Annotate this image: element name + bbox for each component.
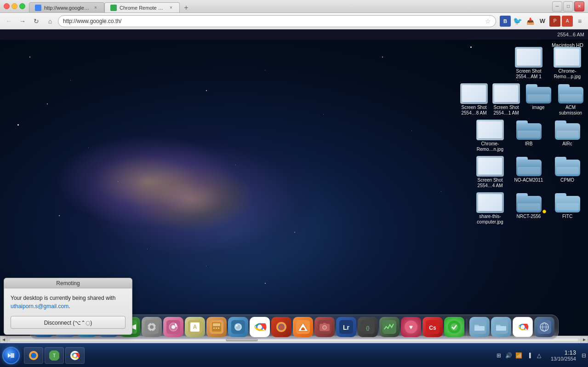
menubar-right: 2554...6 AM — [557, 32, 584, 37]
desktop-icon-screenshot1[interactable]: Screen Shot2554…AM 1 — [510, 46, 547, 81]
tray-icon-hide[interactable]: ⊟ — [580, 351, 588, 360]
icon-label-screenshot4: Screen Shot2554…4 AM — [477, 178, 502, 189]
dialog-body: Your desktop is currently being shared w… — [4, 288, 132, 334]
desktop-icon-folder-fitc[interactable]: FITC — [549, 191, 586, 226]
extension-icon2[interactable]: 📥 — [525, 16, 536, 27]
address-bar[interactable]: http://www.google.co.th/ ☆ — [58, 15, 496, 27]
tray-icon-volume[interactable]: 🔊 — [505, 351, 513, 360]
restore-win-button[interactable]: □ — [563, 1, 573, 11]
desktop-icon-folder-airc[interactable]: AIRc — [549, 118, 586, 154]
dock-icon-firefox[interactable] — [271, 317, 291, 337]
folder-cpmo-icon — [555, 157, 580, 176]
extension-icon1[interactable]: 🐦 — [512, 16, 523, 27]
tray-icon-battery[interactable]: ▐ — [525, 351, 533, 360]
tab-close-google[interactable]: × — [93, 5, 98, 11]
folder-light-no-acm — [518, 167, 540, 174]
tray-icon-show-desktop[interactable]: ⊞ — [495, 351, 503, 360]
dock-icon-network[interactable] — [534, 317, 554, 337]
screenshot-thumb-chrome2: apps — [476, 120, 504, 140]
dock-icon-folder1[interactable] — [469, 317, 490, 337]
desktop-icon-share-jpg[interactable]: share-this-computer.jpg — [472, 191, 508, 226]
dock-icon-dictionary[interactable]: A — [185, 317, 205, 337]
dock-icon-calculator[interactable] — [206, 317, 227, 337]
title-bar-left — [4, 3, 25, 9]
desktop-icon-chrome-jpg1[interactable]: CRD Chrome-Remo…p.jpg — [549, 46, 586, 81]
bookmark-icon[interactable]: B — [500, 16, 511, 27]
minimize-win-button[interactable]: ─ — [552, 1, 562, 11]
desktop-icon-folder-acm[interactable]: ACMsubmission — [555, 82, 586, 117]
dock-icon-script-editor[interactable]: {} — [358, 317, 378, 337]
dock-icon-chrome-mini[interactable] — [513, 317, 533, 337]
icon-label-chrome-jpg2: Chrome-Remo…n.jpg — [477, 141, 503, 152]
dock-icon-folder2[interactable] — [491, 317, 511, 337]
minimize-button[interactable] — [11, 3, 17, 9]
icon-img-chrome-jpg1: CRD — [554, 47, 581, 68]
icon-label-folder-irb: IRB — [525, 141, 533, 147]
extension-icon4[interactable]: A — [562, 16, 573, 27]
tab-label-google: http://www.google.co.th/ — [44, 5, 90, 11]
start-button[interactable] — [2, 346, 20, 365]
star-icon[interactable]: ☆ — [485, 17, 491, 25]
close-win-button[interactable]: ✕ — [574, 1, 584, 11]
maximize-button[interactable] — [19, 3, 25, 9]
folder-back-acm — [558, 87, 583, 103]
taskbar-clock[interactable]: 1:13 13/10/2554 — [547, 349, 580, 361]
screenshot-thumb-chrome1: CRD — [554, 47, 581, 68]
screenshot-thumb-1 — [515, 47, 542, 68]
disconnect-button[interactable]: Disconnect (⌥⌃◌) — [11, 316, 126, 329]
wikipedia-icon[interactable]: W — [537, 16, 548, 27]
tab-google[interactable]: http://www.google.co.th/ × — [29, 2, 104, 12]
desktop-icon-folder-no-acm[interactable]: NO-ACM2011 — [510, 155, 547, 190]
taskbar-item-firefox[interactable] — [24, 347, 43, 364]
dock-icon-iphoto[interactable] — [228, 317, 248, 337]
dock-icon-chrome[interactable] — [250, 317, 270, 337]
tab-close-remote[interactable]: × — [168, 5, 174, 11]
folder-light-fitc — [556, 203, 579, 211]
dock-icon-system-prefs[interactable] — [142, 317, 162, 337]
desktop-icon-folder-cpmo[interactable]: CPMO — [549, 155, 586, 190]
dock-icon-adobe-cs[interactable]: Cs — [422, 317, 443, 337]
taskbar-item-chrome[interactable] — [65, 347, 85, 364]
dock-icon-lightroom[interactable]: Lr — [336, 317, 356, 337]
icon-img-screenshot1 — [515, 47, 542, 68]
desktop-icon-chrome-jpg2[interactable]: apps Chrome-Remo…n.jpg — [472, 118, 508, 154]
home-button[interactable]: ⌂ — [44, 15, 56, 27]
tab-remote-desktop[interactable]: Chrome Remote Desktop B... × — [104, 2, 180, 12]
desktop-icon-folder-nrct[interactable]: NRCT-2556 — [510, 191, 547, 226]
tab-label-remote: Chrome Remote Desktop B... — [120, 5, 166, 11]
icon-label-folder-nrct: NRCT-2556 — [517, 214, 541, 219]
mac-desktop: 2554...6 AM Macintosh HD — [0, 29, 588, 367]
svg-rect-24 — [155, 327, 157, 327]
folder-back-irb — [516, 123, 542, 140]
close-button[interactable] — [4, 3, 10, 9]
dock-icon-growl[interactable]: ♥ — [401, 317, 421, 337]
svg-text:Lr: Lr — [343, 324, 350, 331]
dock-icon-extra1[interactable] — [444, 317, 464, 337]
extension-icon3[interactable]: P — [549, 16, 560, 27]
folder-light — [527, 94, 550, 102]
icon-img-chrome-jpg2: apps — [476, 120, 504, 140]
desktop-icon-folder-image[interactable]: image — [523, 82, 554, 117]
desktop-icon-screenshot2[interactable]: Screen Shot2554…8 AM — [459, 82, 489, 117]
desktop-icon-screenshot3[interactable]: Screen Shot2554…1 AM — [491, 82, 521, 117]
dock-icon-activity-monitor[interactable] — [379, 317, 400, 337]
desktop-icon-screenshot4[interactable]: Screen Shot2554…4 AM — [472, 155, 508, 190]
dock-icon-photobooth[interactable] — [314, 317, 335, 337]
folder-light-nrct — [518, 203, 540, 211]
forward-button[interactable]: → — [17, 15, 29, 27]
icon-img-folder-acm — [557, 83, 584, 104]
desktop-icon-folder-irb[interactable]: IRB — [510, 118, 547, 154]
tray-icon-network[interactable]: 📶 — [515, 351, 523, 360]
dock-icon-itunes[interactable] — [163, 317, 183, 337]
new-tab-button[interactable]: + — [180, 3, 193, 12]
taskbar-items: T — [22, 347, 491, 364]
taskbar-item-talk[interactable]: T — [45, 347, 64, 364]
reload-button[interactable]: ↻ — [30, 15, 42, 27]
tabs-area: http://www.google.co.th/ × Chrome Remote… — [29, 0, 193, 12]
dock-icon-vlc[interactable] — [293, 317, 313, 337]
tray-icon-action[interactable]: △ — [535, 351, 543, 360]
back-button[interactable]: ← — [3, 15, 15, 27]
icon-row-3: apps Chrome-Remo…n.jpg — [471, 118, 586, 154]
chrome-menu-icon[interactable]: ≡ — [574, 16, 585, 27]
icon-img-folder-irb — [515, 120, 542, 140]
